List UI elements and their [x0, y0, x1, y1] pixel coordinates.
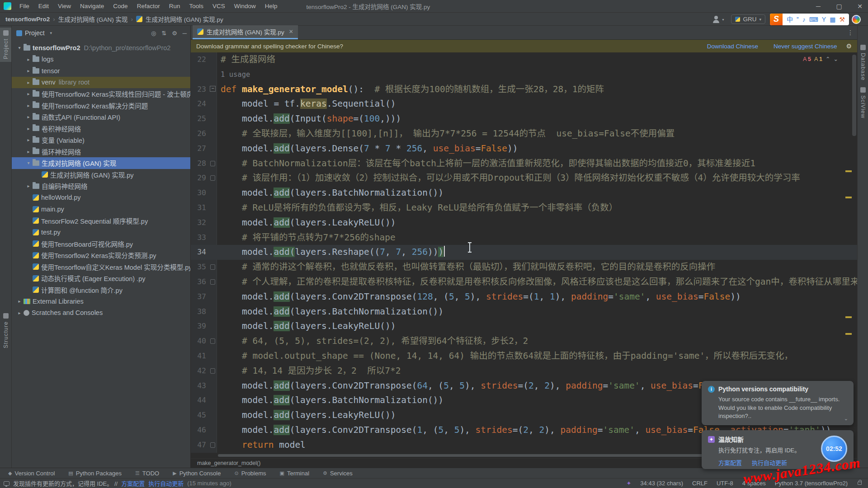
tree-expand-icon[interactable]: ▸: [25, 126, 32, 131]
toolwindow-button-python-packages[interactable]: ▤Python Packages: [68, 470, 122, 477]
maximize-button[interactable]: ▢: [835, 3, 843, 10]
gutter-mark-icon[interactable]: [209, 275, 217, 290]
event-log-icon[interactable]: [4, 481, 9, 486]
menu-code[interactable]: Code: [109, 1, 131, 11]
plugin-status-icon[interactable]: ✦: [626, 480, 631, 487]
tree-expand-icon[interactable]: ▸: [25, 114, 32, 119]
sogou-ime-toolbar[interactable]: S 中”♪⌨Y▦⚒: [770, 14, 849, 25]
download-chinese-link[interactable]: Download Chinese: [707, 43, 758, 50]
tree-item[interactable]: helloWorld.py: [12, 192, 190, 204]
file-encoding[interactable]: UTF-8: [717, 480, 733, 487]
code-line[interactable]: 38 model.add(layers.BatchNormalization()…: [191, 305, 857, 319]
menu-navigate[interactable]: Navigate: [76, 1, 108, 11]
ime-board-icon[interactable]: ▦: [830, 14, 835, 25]
tool-stripe-project[interactable]: Project: [0, 28, 11, 62]
status-config-link[interactable]: 方案配置: [121, 479, 145, 488]
plugin-config-link[interactable]: 方案配置: [718, 458, 742, 467]
tree-item[interactable]: ▾生成对抗网络 (GAN) 实现: [12, 157, 190, 169]
toolwindow-button-problems[interactable]: ⊙Problems: [234, 470, 266, 477]
code-line[interactable]: 31 # ReLU是将所有的负值都设为零，相反，Leaky ReLU是给所有负值…: [191, 201, 857, 216]
tree-item[interactable]: ▸函数式API (Functional API): [12, 111, 190, 123]
tab-close-icon[interactable]: ✕: [289, 28, 293, 35]
toolwindow-button-terminal[interactable]: ▣Terminal: [280, 470, 310, 477]
menu-file[interactable]: File: [16, 1, 33, 11]
tree-expand-icon[interactable]: ▸: [16, 299, 23, 304]
panel-settings-icon[interactable]: ⚙: [172, 30, 177, 37]
status-autoupdate-link[interactable]: 执行自动更新: [148, 479, 184, 488]
tree-item[interactable]: ▸logs: [12, 54, 190, 66]
tree-expand-icon[interactable]: ▸: [25, 137, 32, 142]
prev-issue-icon[interactable]: ⌃: [826, 56, 830, 62]
code-line[interactable]: 23def make_generator_model(): # 根据长度为100…: [191, 82, 857, 97]
ime-keyboard-icon[interactable]: ⌨: [809, 14, 818, 25]
menu-help[interactable]: Help: [261, 1, 281, 11]
usages-inlay-hint[interactable]: 1 usage: [221, 67, 250, 82]
ime-toolbox-icon[interactable]: ⚒: [839, 14, 845, 25]
collapse-notification-icon[interactable]: ⌄: [844, 416, 848, 422]
gutter-mark-icon[interactable]: [209, 438, 217, 453]
code-line[interactable]: 42 # 14，14 是因为步长 2，2 所以7*2: [191, 364, 857, 379]
readonly-lock-icon[interactable]: [858, 482, 862, 485]
tool-stripe-structure[interactable]: Structure: [0, 310, 11, 351]
never-suggest-chinese-link[interactable]: Never suggest Chinese: [774, 43, 837, 50]
collapse-all-icon[interactable]: ⇅: [161, 30, 166, 37]
tree-item[interactable]: 生成对抗网络 (GAN) 实现.py: [12, 169, 190, 181]
tree-item[interactable]: ▸使用Tensorflow2 Keras解决分类问题: [12, 100, 190, 112]
tool-stripe-database[interactable]: Database: [858, 42, 868, 84]
code-line[interactable]: 24 model = tf.keras.Sequential(): [191, 97, 857, 112]
tree-item[interactable]: ▸变量 (Variable): [12, 134, 190, 146]
editor-tab[interactable]: 生成对抗网络 (GAN) 实现.py ✕: [193, 25, 298, 39]
menu-refactor[interactable]: Refactor: [133, 1, 164, 11]
tree-expand-icon[interactable]: ▸: [25, 183, 32, 188]
gutter-mark-icon[interactable]: [209, 260, 217, 275]
code-line[interactable]: 26 # 全联接层，输入维度为[[100],[n]]， 输出为7*7*256 =…: [191, 127, 857, 141]
code-line[interactable]: 25 model.add(Input(shape=(100,))): [191, 112, 857, 127]
toolwindow-button-version-control[interactable]: ◆Version Control: [8, 470, 55, 477]
tree-item[interactable]: 使用Tensorflow自定义Keras Model 实现分类模型.py: [12, 261, 190, 273]
ime-punct-icon[interactable]: ”: [797, 14, 799, 25]
menu-edit[interactable]: Edit: [35, 1, 52, 11]
code-line[interactable]: 36 # 个人理解，正常的卷积是提取卷积核特征，反卷积就是用卷积核反向修改图像，…: [191, 275, 857, 290]
tree-item[interactable]: TensorFlow2 Sequential 顺序模型.py: [12, 215, 190, 227]
tab-options-icon[interactable]: ⋮: [847, 29, 854, 36]
tree-expand-icon[interactable]: ▸: [25, 149, 32, 154]
code-line[interactable]: 32 model.add(layers.LeakyReLU()): [191, 216, 857, 230]
tree-item[interactable]: main.py: [12, 203, 190, 215]
tree-expand-icon[interactable]: ▾: [16, 45, 23, 50]
tree-expand-icon[interactable]: ▸: [25, 68, 32, 73]
tree-item[interactable]: ▾tensorflowPro2D:\python_pro\tensorflowP…: [12, 42, 190, 54]
code-line[interactable]: 39 model.add(layers.LeakyReLU()): [191, 319, 857, 334]
tree-item[interactable]: ▸External Libraries: [12, 296, 190, 307]
fold-marker-icon[interactable]: [209, 82, 217, 97]
code-line[interactable]: 41 # model.output_shape == (None, 14, 14…: [191, 349, 857, 364]
gutter-mark-icon[interactable]: [209, 171, 217, 186]
minimize-button[interactable]: ─: [815, 3, 822, 10]
tree-item[interactable]: 动态执行模式 (Eager Execution) .py: [12, 272, 190, 284]
code-line[interactable]: 40 # 64, (5, 5), strides=(2, 2), 希望得到64个…: [191, 334, 857, 349]
ime-skin-icon[interactable]: Y: [822, 14, 826, 25]
next-issue-icon[interactable]: ⌄: [834, 56, 838, 62]
breadcrumb-file[interactable]: 生成对抗网络 (GAN) 实现.py: [146, 14, 223, 23]
menu-tools[interactable]: Tools: [185, 1, 207, 11]
breadcrumb-project[interactable]: tensorflowPro2: [5, 16, 50, 23]
menu-window[interactable]: Window: [231, 1, 259, 11]
code-line[interactable]: 35 # 通常的讲这个解卷积，也就做反卷积，也叫做转置卷积（最贴切），我们就叫做…: [191, 260, 857, 275]
tree-item[interactable]: 使用Tensorflow2 Keras实现分类预测.py: [12, 249, 190, 261]
tree-item[interactable]: 计算图和 @function 简介.py: [12, 284, 190, 296]
line-separator[interactable]: CRLF: [692, 480, 708, 487]
gutter-mark-icon[interactable]: [209, 334, 217, 349]
code-line[interactable]: 29 # 该层作用：（1）加速收敛（2）控制过拟合，可以少用或不用Dropout…: [191, 171, 857, 186]
gutter-mark-icon[interactable]: [209, 156, 217, 171]
user-account-icon[interactable]: ▾: [712, 15, 720, 23]
toolwindow-button-python-console[interactable]: ▶Python Console: [173, 470, 221, 477]
locate-file-icon[interactable]: ◎: [151, 30, 156, 37]
breadcrumb-folder[interactable]: 生成对抗网络 (GAN) 实现: [58, 14, 128, 23]
ime-trailing-icon[interactable]: [852, 15, 861, 24]
sogou-logo-icon[interactable]: S: [770, 14, 783, 25]
tree-expand-icon[interactable]: ▸: [16, 310, 23, 315]
tree-item[interactable]: ▸Scratches and Consoles: [12, 307, 190, 319]
notification-python-compat[interactable]: i Python versions compatibility Your sou…: [702, 381, 854, 425]
hide-panel-icon[interactable]: ─: [183, 30, 187, 37]
tree-expand-icon[interactable]: ▸: [25, 57, 32, 62]
tree-item[interactable]: ▸自编码神经网络: [12, 180, 190, 192]
